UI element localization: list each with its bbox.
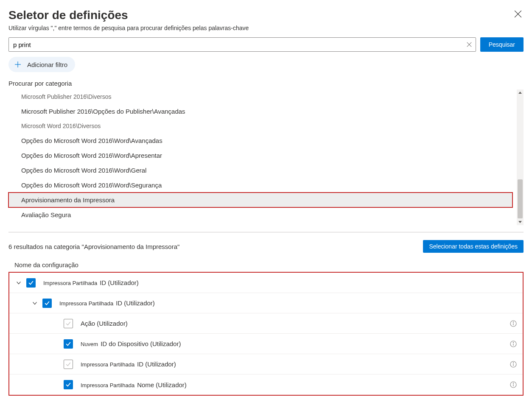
search-box[interactable]	[8, 37, 476, 52]
add-filter-label: Adicionar filtro	[27, 61, 67, 68]
category-item[interactable]: Avaliação Segura	[8, 207, 512, 222]
chevron-down-icon[interactable]	[30, 300, 40, 306]
config-table: Impressora PartilhadaID (Utilizador)Impr…	[8, 272, 524, 396]
results-count: 6	[8, 243, 12, 250]
category-item[interactable]: Microsoft Publisher 2016\Diversos	[8, 89, 512, 104]
checkbox[interactable]	[64, 360, 73, 369]
category-section-label: Procurar por categoria	[8, 80, 524, 87]
config-row-label: Impressora PartilhadaID (Utilizador)	[43, 279, 517, 286]
category-item[interactable]: Microsoft Publisher 2016\Opções do Publi…	[8, 104, 512, 119]
info-icon[interactable]	[510, 381, 517, 388]
dialog-subtitle: Utilizar vírgulas "," entre termos de pe…	[8, 25, 249, 31]
svg-point-19	[513, 383, 513, 383]
config-row-label: Impressora PartilhadaID (Utilizador)	[81, 360, 510, 368]
info-icon[interactable]	[510, 341, 517, 347]
config-row-label: Impressora PartilhadaNome (Utilizador)	[81, 381, 510, 388]
config-row-label: Ação (Utilizador)	[81, 320, 510, 327]
category-item[interactable]: Opções do Microsoft Word 2016\Word\Avanç…	[8, 133, 512, 148]
category-item[interactable]: Opções do Microsoft Word 2016\Word\Apres…	[8, 148, 512, 163]
scroll-thumb[interactable]	[518, 179, 523, 218]
category-item[interactable]: Aprovisionamento da Impressora	[8, 193, 512, 207]
scroll-up-arrow-icon[interactable]	[517, 89, 524, 96]
select-all-button[interactable]: Selecionar todas estas definições	[423, 240, 524, 253]
chevron-down-icon[interactable]	[14, 280, 24, 286]
info-icon[interactable]	[510, 320, 517, 327]
divider	[8, 232, 524, 232]
search-input[interactable]	[12, 41, 466, 49]
config-row[interactable]: Impressora PartilhadaID (Utilizador)	[9, 293, 523, 313]
config-row[interactable]: Ação (Utilizador)	[9, 313, 523, 334]
clear-icon	[466, 42, 472, 47]
config-header: Nome da configuração	[14, 261, 524, 268]
svg-point-16	[513, 362, 513, 363]
checkbox[interactable]	[42, 299, 52, 308]
checkbox[interactable]	[64, 319, 73, 328]
results-text: resultados na categoria "Aprovisionament…	[14, 243, 180, 250]
close-icon	[514, 10, 522, 18]
dialog-title: Seletor de definições	[8, 8, 249, 22]
category-item[interactable]: Opções do Microsoft Word 2016\Word\Segur…	[8, 178, 512, 193]
plus-icon	[13, 59, 23, 70]
scroll-down-arrow-icon[interactable]	[517, 218, 524, 225]
config-row[interactable]: NuvemID do Dispositivo (Utilizador)	[9, 334, 523, 354]
scrollbar[interactable]	[517, 89, 524, 225]
config-row[interactable]: Impressora PartilhadaNome (Utilizador)	[9, 374, 523, 395]
add-filter-button[interactable]: Adicionar filtro	[8, 57, 75, 72]
category-list: Microsoft Publisher 2016\DiversosMicroso…	[8, 89, 517, 225]
config-row-label: Impressora PartilhadaID (Utilizador)	[59, 299, 517, 307]
config-row[interactable]: Impressora PartilhadaID (Utilizador)	[9, 354, 523, 374]
svg-point-13	[513, 342, 513, 342]
search-button[interactable]: Pesquisar	[480, 37, 524, 52]
svg-marker-6	[518, 92, 522, 94]
info-icon[interactable]	[510, 361, 517, 368]
category-item[interactable]: Microsoft Word 2016\Diversos	[8, 119, 512, 133]
checkbox[interactable]	[64, 380, 73, 389]
category-item[interactable]: Opções do Microsoft Word 2016\Word\Geral	[8, 163, 512, 178]
svg-point-10	[513, 321, 513, 322]
config-row-label: NuvemID do Dispositivo (Utilizador)	[81, 340, 510, 347]
checkbox[interactable]	[64, 339, 73, 349]
results-summary: 6 resultados na categoria "Aprovisioname…	[8, 243, 179, 250]
svg-marker-7	[518, 221, 522, 223]
close-button[interactable]	[512, 8, 524, 21]
config-row[interactable]: Impressora PartilhadaID (Utilizador)	[9, 273, 523, 293]
checkbox[interactable]	[26, 278, 36, 288]
clear-search-button[interactable]	[466, 42, 472, 47]
